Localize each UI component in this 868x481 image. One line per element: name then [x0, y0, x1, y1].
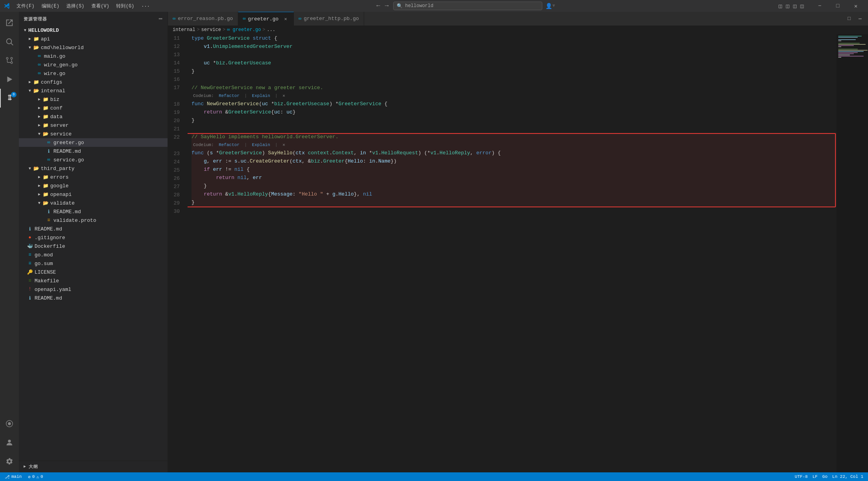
tab-error-reason[interactable]: ∞ error_reason.pb.go [168, 12, 238, 26]
tree-item-server[interactable]: ► 📁 server [19, 121, 168, 130]
menu-view[interactable]: 查看(V) [88, 2, 113, 10]
tree-item-gosum[interactable]: ≡ go.sum [19, 259, 168, 268]
breadcrumb-greeter-go[interactable]: ∞ greeter.go [227, 27, 261, 33]
tree-item-readme-3[interactable]: ℹ README.md [19, 225, 168, 233]
tree-item-api[interactable]: ► 📁 api [19, 35, 168, 43]
codeium-close-1[interactable]: ✕ [283, 92, 285, 100]
menu-more[interactable]: ... [138, 2, 153, 10]
activity-source-control-icon[interactable] [0, 51, 19, 70]
bottom-errors[interactable]: ⊘ 0 ⚠ 0 [28, 474, 43, 479]
bottom-language[interactable]: Go [822, 474, 828, 479]
code-line-17: // NewGreeterService new a greeter servi… [191, 84, 837, 92]
bottom-branch[interactable]: ⎇ main [5, 474, 22, 479]
tab-greeter-http[interactable]: ∞ greeter_http.pb.go [294, 12, 364, 26]
outline-panel[interactable]: ► 大纲 [19, 461, 168, 472]
codeium-refactor-1[interactable]: Refactor [219, 92, 239, 100]
tab-close-button[interactable]: ✕ [283, 16, 289, 22]
codeium-explain-1[interactable]: Explain [252, 92, 270, 100]
codeium-refactor-2[interactable]: Refactor [219, 141, 239, 149]
folder-icon: 📁 [33, 36, 39, 42]
tree-item-license[interactable]: 🔑 LICENSE [19, 268, 168, 276]
activity-explorer-icon[interactable] [0, 13, 19, 32]
activity-search-icon[interactable] [0, 32, 19, 51]
code-line-27: } [191, 182, 837, 190]
more-actions-button[interactable]: ⋯ [855, 14, 865, 24]
breadcrumb-more[interactable]: ... [267, 27, 275, 33]
tree-item-service[interactable]: ▼ 📂 service [19, 130, 168, 138]
split-editor-button[interactable]: □ [844, 14, 854, 24]
tree-google-label: google [50, 183, 164, 189]
codeium-explain-2[interactable]: Explain [252, 141, 270, 149]
tree-item-makefile[interactable]: ≡ Makefile [19, 276, 168, 285]
tree-item-validate-proto[interactable]: ≡ validate.proto [19, 216, 168, 225]
layout-icon-4[interactable]: ◫ [799, 2, 805, 10]
tree-item-readme-1[interactable]: ℹ README.md [19, 147, 168, 155]
tree-item-openapi[interactable]: ► 📁 openapi [19, 190, 168, 199]
sidebar: 资源管理器 ⋯ ▼ HELLOWORLD ► 📁 api ▼ 📂 cm [19, 12, 168, 472]
tree-item-biz[interactable]: ► 📁 biz [19, 95, 168, 104]
bottom-eol[interactable]: LF [812, 474, 817, 479]
bottom-encoding[interactable]: UTF-8 [795, 474, 808, 479]
line-num-12: 12 [168, 42, 184, 51]
tree-item-main-go[interactable]: ∞ main.go [19, 52, 168, 60]
breadcrumb-internal[interactable]: internal [173, 27, 195, 33]
maximize-button[interactable]: □ [829, 0, 847, 12]
svg-point-7 [8, 422, 11, 425]
tab-greeter[interactable]: ∞ greeter.go ✕ [238, 12, 294, 26]
codeium-close-2[interactable]: ✕ [283, 141, 285, 149]
tree-openapi-label: openapi [50, 192, 164, 198]
menu-select[interactable]: 选择(S) [63, 2, 88, 10]
tree-item-configs[interactable]: ► 📁 configs [19, 78, 168, 86]
account-icon[interactable]: 👤 [545, 3, 552, 9]
tree-item-readme-4[interactable]: ℹ README.md [19, 294, 168, 302]
activity-account-icon[interactable] [0, 433, 19, 452]
tree-item-wire-gen-go[interactable]: ∞ wire_gen.go [19, 60, 168, 69]
tree-item-validate[interactable]: ▼ 📂 validate [19, 199, 168, 207]
tree-validate-proto-label: validate.proto [53, 218, 164, 223]
tree-item-data[interactable]: ► 📁 data [19, 112, 168, 121]
code-content[interactable]: type GreeterService struct { v1.Unimplem… [188, 34, 837, 472]
tree-item-gitignore[interactable]: ● .gitignore [19, 233, 168, 242]
close-button[interactable]: ✕ [847, 0, 865, 12]
navigate-back-button[interactable]: ← [375, 2, 382, 9]
layout-icon-1[interactable]: ◫ [777, 2, 783, 10]
activity-run-icon[interactable] [0, 70, 19, 89]
file-tree: ▼ HELLOWORLD ► 📁 api ▼ 📂 cmd\helloworld … [19, 26, 168, 461]
layout-icon-2[interactable]: ◫ [784, 2, 791, 10]
menu-edit[interactable]: 编辑(E) [38, 2, 63, 10]
tree-item-dockerfile[interactable]: 🐳 Dockerfile [19, 242, 168, 251]
tree-item-readme-2[interactable]: ℹ README.md [19, 207, 168, 216]
tree-root[interactable]: ▼ HELLOWORLD [19, 26, 168, 35]
sidebar-more-button[interactable]: ⋯ [159, 15, 163, 23]
activity-extensions-icon[interactable]: 8 [0, 89, 19, 108]
tree-configs-arrow: ► [27, 79, 33, 85]
tree-item-conf[interactable]: ► 📁 conf [19, 104, 168, 112]
navigate-forward-button[interactable]: → [383, 2, 390, 9]
minimize-button[interactable]: − [811, 0, 829, 12]
search-bar[interactable]: 🔍 helloworld [393, 2, 542, 10]
tree-validate-label: validate [50, 200, 164, 206]
codeium-label-2: Codeium: [193, 141, 216, 149]
activity-settings-icon[interactable] [0, 452, 19, 471]
minimap [837, 34, 868, 472]
menu-file[interactable]: 文件(F) [13, 2, 38, 10]
breadcrumb-service[interactable]: service [201, 27, 221, 33]
tree-item-errors[interactable]: ► 📁 errors [19, 173, 168, 181]
layout-icon-3[interactable]: ◫ [791, 2, 798, 10]
tree-item-wire-go[interactable]: ∞ wire.go [19, 69, 168, 78]
tree-item-gomod[interactable]: ≡ go.mod [19, 251, 168, 259]
tree-item-cmd[interactable]: ▼ 📂 cmd\helloworld [19, 43, 168, 52]
line-num-13: 13 [168, 51, 184, 59]
tree-item-google[interactable]: ► 📁 google [19, 181, 168, 190]
tree-item-internal[interactable]: ▼ 📂 internal [19, 86, 168, 95]
tree-item-third-party[interactable]: ▼ 📂 third_party [19, 164, 168, 173]
tree-item-service-go[interactable]: ∞ service.go [19, 155, 168, 164]
activity-ai-icon[interactable] [0, 414, 19, 433]
go-file-icon-2: ∞ [36, 62, 42, 68]
menu-goto[interactable]: 转到(G) [113, 2, 137, 10]
tree-item-openapi-yaml[interactable]: ! openapi.yaml [19, 285, 168, 294]
outline-label: 大纲 [29, 464, 38, 470]
warning-icon: ⚠ [36, 474, 39, 479]
minimap-content [837, 34, 868, 61]
tree-item-greeter-go[interactable]: ∞ greeter.go [19, 138, 168, 147]
